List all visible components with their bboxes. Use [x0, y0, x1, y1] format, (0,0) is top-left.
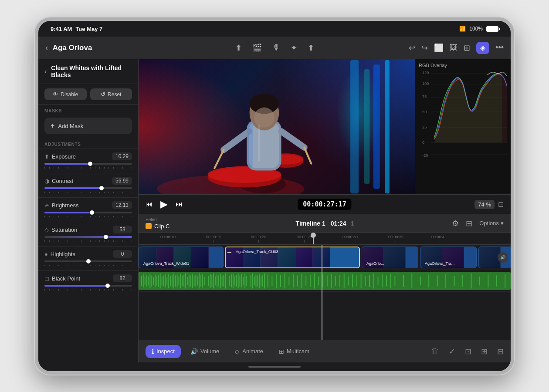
svg-rect-98 — [252, 274, 253, 289]
aspect-ratio-icon[interactable]: ⊡ — [498, 200, 504, 209]
brightness-slider-thumb[interactable] — [90, 210, 94, 215]
contrast-slider-track[interactable] — [44, 187, 132, 189]
brightness-slider-track[interactable] — [44, 212, 132, 213]
photo-library-icon[interactable]: 🖼 — [450, 43, 458, 52]
clip-wide01[interactable]: AgaOrlova_Track_Wide01 — [139, 247, 224, 268]
svg-rect-127 — [356, 275, 357, 287]
undo-icon[interactable]: ↩ — [409, 43, 415, 53]
skip-back-button[interactable]: ⏮ — [146, 200, 152, 208]
delete-button[interactable]: 🗑 — [431, 347, 439, 356]
svg-rect-95 — [244, 274, 245, 288]
saturation-slider-thumb[interactable] — [104, 235, 108, 239]
playhead-handle[interactable] — [311, 233, 316, 238]
tab-animate[interactable]: ◇ Animate — [229, 345, 269, 358]
svg-rect-66 — [190, 275, 191, 287]
highlights-slider-thumb[interactable] — [86, 259, 91, 264]
contrast-slider-thumb[interactable] — [99, 186, 104, 190]
mic-icon[interactable]: 🎙 — [272, 43, 280, 52]
info-icon[interactable]: ℹ — [351, 220, 353, 227]
magnetism-icon[interactable]: ⚙ — [452, 219, 459, 228]
brightness-header: ✳ Brightness 12.13 — [44, 201, 132, 209]
svg-rect-131 — [373, 274, 374, 289]
svg-rect-62 — [183, 275, 184, 287]
trim-button[interactable]: ⊡ — [465, 347, 471, 356]
confirm-button[interactable]: ✓ — [449, 347, 455, 356]
ruler-line — [350, 240, 350, 243]
split-button[interactable]: ⊞ — [481, 347, 488, 356]
svg-rect-72 — [200, 275, 201, 287]
fullscreen-icon[interactable]: ⬜ — [434, 43, 444, 53]
highlights-slider-track[interactable] — [44, 260, 132, 262]
svg-rect-118 — [318, 277, 319, 286]
ruler-tick-40: 00:00:4 — [431, 235, 444, 243]
svg-text:50: 50 — [422, 110, 427, 114]
brightness-slider-fill — [44, 212, 92, 213]
svg-rect-107 — [271, 276, 272, 286]
svg-rect-82 — [220, 274, 221, 288]
svg-rect-108 — [276, 274, 277, 288]
svg-rect-2 — [364, 69, 370, 184]
brightness-value[interactable]: 12.13 — [112, 201, 132, 209]
volume-knob[interactable]: 🔊 — [498, 252, 508, 263]
title-bar-left: ‹ Aga Orlova — [45, 43, 409, 53]
svg-rect-37 — [141, 276, 142, 286]
exposure-slider-track[interactable] — [44, 163, 132, 165]
redo-icon[interactable]: ↪ — [421, 43, 428, 53]
panel-back-button[interactable]: ‹ — [44, 68, 47, 75]
bottom-right-tools: 🗑 ✓ ⊡ ⊞ ⊟ — [431, 347, 504, 356]
export-icon[interactable]: ⬆ — [308, 43, 314, 53]
zoom-value[interactable]: 74 % — [474, 200, 495, 209]
exposure-value[interactable]: 10.29 — [112, 152, 132, 160]
svg-rect-67 — [192, 274, 193, 288]
svg-rect-145 — [471, 274, 471, 289]
panel-controls: 👁 Disable ↺ Reset — [38, 84, 138, 105]
svg-rect-59 — [179, 277, 180, 286]
saturation-value[interactable]: 53 — [113, 226, 132, 233]
play-button[interactable]: ▶ — [160, 199, 168, 210]
svg-rect-3 — [373, 64, 380, 189]
disable-button[interactable]: 👁 Disable — [44, 88, 87, 100]
svg-text:120: 120 — [422, 71, 429, 75]
clip-appearance-icon[interactable]: ⊟ — [466, 219, 472, 228]
tab-volume[interactable]: 🔊 Volume — [184, 345, 225, 358]
black-point-slider-track[interactable] — [44, 285, 132, 287]
black-point-icon: ◻ — [44, 275, 49, 282]
saturation-slider-track[interactable] — [44, 236, 132, 238]
tab-multicam[interactable]: ⊞ Multicam — [273, 345, 315, 358]
svg-rect-97 — [251, 275, 251, 287]
skip-forward-button[interactable]: ⏭ — [176, 200, 183, 208]
svg-rect-86 — [229, 276, 230, 286]
tab-inspect[interactable]: ℹ Inspect — [146, 345, 181, 358]
svg-rect-20 — [258, 125, 260, 162]
back-button[interactable]: ‹ — [45, 43, 48, 53]
share-icon[interactable]: ⬆ — [235, 43, 242, 53]
options-button[interactable]: Options ▾ — [479, 220, 504, 226]
voiceover-icon[interactable]: ✦ — [291, 43, 297, 53]
color-grading-icon[interactable]: ◈ — [476, 42, 489, 54]
clip-right2[interactable]: AgaOrlova_Tra... — [420, 247, 477, 268]
black-point-value[interactable]: 82 — [113, 274, 132, 282]
svg-rect-74 — [204, 277, 205, 285]
grid-icon[interactable]: ⊞ — [464, 43, 470, 53]
svg-rect-148 — [496, 275, 497, 287]
more-icon[interactable]: ••• — [495, 43, 504, 52]
clip-right1[interactable]: AgaOrlo... — [362, 247, 418, 268]
main-content: ‹ Clean Whites with Lifted Blacks 👁 Disa… — [38, 59, 511, 362]
ruler-label: 00:00:35 — [388, 235, 403, 239]
detach-button[interactable]: ⊟ — [497, 347, 504, 356]
camera-icon[interactable]: 🎬 — [252, 43, 262, 53]
video-preview[interactable] — [139, 59, 415, 194]
audio-track[interactable] — [139, 272, 511, 290]
add-mask-button[interactable]: + Add Mask — [44, 118, 132, 134]
exposure-slider-thumb[interactable] — [88, 162, 92, 166]
svg-rect-64 — [187, 277, 188, 285]
contrast-value[interactable]: 56.99 — [112, 177, 132, 185]
highlights-value[interactable]: 0 — [113, 250, 132, 258]
reset-button[interactable]: ↺ Reset — [90, 88, 132, 100]
svg-rect-140 — [428, 274, 429, 287]
svg-rect-139 — [420, 277, 421, 286]
clip-cu03[interactable]: ▬ AgaOrlova_Track_CU03 — [225, 247, 360, 268]
status-bar-left: 9:41 AM Tue May 7 — [51, 26, 102, 32]
clip-name: Clip C — [154, 223, 169, 230]
black-point-slider-thumb[interactable] — [105, 284, 110, 288]
